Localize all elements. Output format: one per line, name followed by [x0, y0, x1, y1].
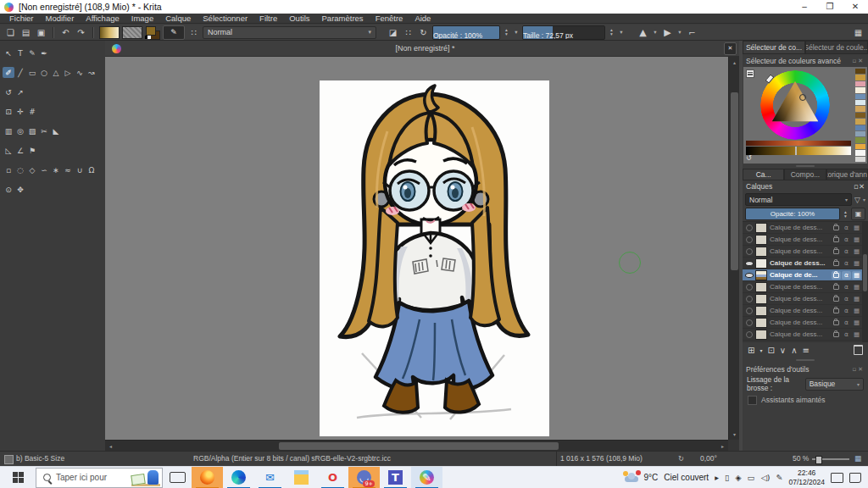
- layer-lock-icon[interactable]: [832, 283, 841, 291]
- horizontal-scroll-thumb[interactable]: [279, 442, 559, 450]
- open-document-button[interactable]: ▤: [19, 26, 32, 39]
- wrap-around-button[interactable]: ⌐: [686, 26, 698, 39]
- taskbar-firefox[interactable]: [192, 467, 223, 488]
- layer-row[interactable]: Calque de dess... α ▦: [743, 317, 868, 329]
- tool-dynamic-brush[interactable]: ↺: [3, 86, 14, 97]
- shade-strip-2[interactable]: [746, 147, 851, 155]
- zoom-slider-thumb[interactable]: [815, 456, 822, 464]
- history-swatch[interactable]: [855, 94, 865, 99]
- tab-color-selector-2[interactable]: Sélecteur de coule...: [805, 41, 868, 54]
- vertical-scrollbar[interactable]: ▴ ▾: [728, 57, 739, 440]
- tray-hidden-icons-chevron[interactable]: ▸: [715, 473, 719, 482]
- close-docker-icon[interactable]: ✕: [859, 182, 865, 191]
- tool-edit-shapes[interactable]: ✎: [26, 47, 38, 58]
- history-swatch[interactable]: [855, 131, 865, 136]
- notification-center-icon[interactable]: [849, 473, 861, 483]
- layer-inherit-alpha-icon[interactable]: ▦: [852, 307, 861, 315]
- menu-item[interactable]: Paramètres: [316, 14, 370, 24]
- layer-inherit-alpha-icon[interactable]: ▦: [852, 259, 861, 268]
- workspace-chooser-icon[interactable]: ▦: [852, 26, 865, 39]
- vertical-scroll-thumb[interactable]: [731, 92, 738, 270]
- layer-visibility-icon[interactable]: [743, 308, 755, 314]
- layer-row[interactable]: Calque de dess... α ▦: [743, 258, 868, 269]
- layer-alpha-lock-icon[interactable]: α: [842, 295, 851, 303]
- layer-lock-icon[interactable]: [832, 295, 841, 303]
- size-spinner[interactable]: ▴▾: [608, 28, 615, 36]
- tray-display-icon[interactable]: ▭: [747, 473, 754, 482]
- tool-transform[interactable]: ⊡: [3, 106, 14, 117]
- layer-alpha-lock-icon[interactable]: α: [842, 271, 851, 280]
- menu-item[interactable]: Image: [125, 14, 159, 24]
- taskbar-search[interactable]: Taper ici pour: [36, 468, 163, 488]
- tool-select-contiguous[interactable]: ∗: [50, 164, 62, 175]
- brush-editor-button[interactable]: ✎: [163, 25, 185, 40]
- layer-alpha-lock-icon[interactable]: α: [842, 236, 851, 244]
- tool-bezier[interactable]: ∿: [74, 67, 86, 78]
- layer-alpha-lock-icon[interactable]: α: [842, 307, 851, 315]
- opacity-spinner[interactable]: ▴▾: [503, 28, 510, 36]
- layer-visibility-icon[interactable]: [743, 296, 755, 302]
- tool-select-magnetic[interactable]: Ω: [86, 164, 97, 175]
- canvas-rotation-icon[interactable]: ↻: [678, 452, 684, 466]
- layer-alpha-lock-icon[interactable]: α: [842, 330, 851, 339]
- menu-item[interactable]: Fenêtre: [370, 14, 409, 24]
- tool-freehand-path[interactable]: ↝: [86, 67, 97, 78]
- tray-pen-icon[interactable]: ✎: [776, 473, 782, 482]
- menu-item[interactable]: Outils: [283, 14, 315, 24]
- canvas-page[interactable]: [320, 80, 549, 436]
- layer-visibility-icon[interactable]: [743, 284, 755, 291]
- layer-row[interactable]: Calque de dess... α ▦: [743, 222, 868, 234]
- weather-icon[interactable]: [625, 473, 638, 482]
- layer-visibility-icon[interactable]: [743, 319, 755, 326]
- taskbar-teams[interactable]: T: [380, 467, 411, 488]
- reset-shades-icon[interactable]: ↺: [746, 154, 752, 162]
- layer-visibility-icon[interactable]: [743, 248, 755, 255]
- chevron-down-icon[interactable]: ▾: [652, 29, 659, 36]
- tool-assistants[interactable]: ∠: [14, 145, 26, 156]
- mirror-horizontal-button[interactable]: ▲: [637, 26, 649, 39]
- history-swatch[interactable]: [855, 150, 865, 155]
- smoothing-combo[interactable]: Basique ▾: [805, 378, 864, 391]
- history-swatch[interactable]: [855, 100, 865, 105]
- delete-layer-button[interactable]: [854, 345, 863, 355]
- layer-visibility-icon[interactable]: [743, 261, 755, 266]
- layer-row[interactable]: Calque de dess... α ▦: [743, 329, 868, 341]
- tray-security-shield-icon[interactable]: ◈: [735, 473, 741, 482]
- layer-lock-icon[interactable]: [832, 271, 841, 280]
- tool-text[interactable]: T: [14, 47, 26, 58]
- layer-alpha-lock-icon[interactable]: α: [842, 319, 851, 327]
- layer-list-scrollbar[interactable]: [862, 222, 868, 342]
- tool-reference-images[interactable]: ⚑: [26, 145, 38, 156]
- taskbar-clock[interactable]: 22:46 07/12/2024: [788, 469, 825, 486]
- chevron-down-icon[interactable]: ▾: [618, 29, 625, 36]
- history-swatch[interactable]: [855, 113, 865, 118]
- history-swatch[interactable]: [855, 81, 865, 86]
- layer-lock-icon[interactable]: [832, 330, 841, 339]
- canvas-viewport[interactable]: [105, 57, 728, 440]
- layer-inherit-alpha-icon[interactable]: ▦: [852, 271, 861, 280]
- layer-lock-icon[interactable]: [832, 236, 841, 244]
- eraser-mode-button[interactable]: ◪: [387, 26, 399, 39]
- opacity-slider[interactable]: Opacité : 100%: [432, 25, 500, 40]
- layer-alpha-lock-icon[interactable]: α: [842, 259, 851, 268]
- layer-visibility-icon[interactable]: [743, 331, 755, 338]
- close-docker-icon[interactable]: ✕: [858, 58, 865, 64]
- tool-select-similar[interactable]: ≈: [62, 164, 74, 175]
- taskbar-opera[interactable]: O: [317, 467, 348, 488]
- gradient-chooser[interactable]: [99, 26, 120, 39]
- choose-workspace-button[interactable]: ∷: [402, 26, 415, 39]
- tool-rectangle[interactable]: ▭: [26, 67, 38, 78]
- layer-visibility-icon[interactable]: [743, 236, 755, 243]
- taskbar-krita[interactable]: ✎: [411, 467, 442, 488]
- layer-lock-icon[interactable]: [832, 259, 841, 268]
- redo-button[interactable]: ↷: [75, 26, 87, 39]
- tray-volume-icon[interactable]: ◁): [760, 473, 770, 482]
- chevron-down-icon[interactable]: ▾: [760, 347, 762, 353]
- tool-ellipse[interactable]: ○: [38, 67, 50, 78]
- layer-inherit-alpha-icon[interactable]: ▦: [852, 236, 861, 244]
- menu-item[interactable]: Calque: [159, 14, 197, 24]
- weather-temp[interactable]: 9°C: [644, 473, 659, 482]
- layer-row[interactable]: Calque de dess... α ▦: [743, 234, 868, 246]
- layer-inherit-alpha-icon[interactable]: ▦: [852, 295, 861, 303]
- layer-lock-icon[interactable]: [832, 247, 841, 256]
